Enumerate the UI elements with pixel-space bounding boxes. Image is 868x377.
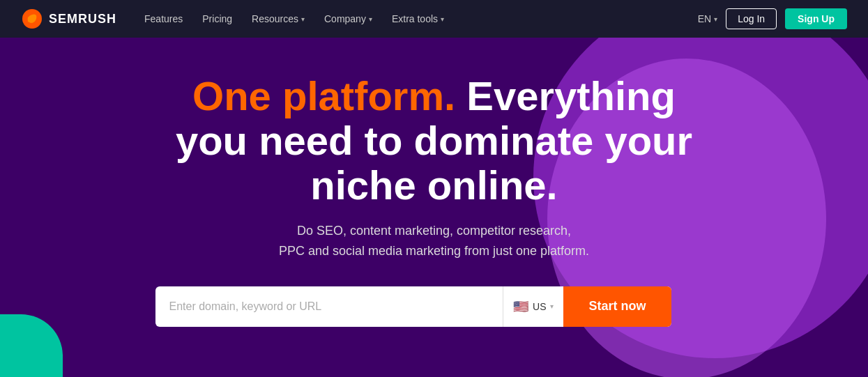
hero-content: One platform. Everything you need to dom… xyxy=(155,74,713,327)
search-input[interactable] xyxy=(155,286,503,327)
nav-features[interactable]: Features xyxy=(144,13,183,24)
hero-subtitle: Do SEO, content marketing, competitor re… xyxy=(155,221,713,261)
language-selector[interactable]: EN ▾ xyxy=(698,13,717,24)
start-now-button[interactable]: Start now xyxy=(563,286,671,327)
chevron-down-icon: ▾ xyxy=(714,15,717,23)
teal-blob xyxy=(0,314,63,377)
chevron-down-icon: ▾ xyxy=(550,302,554,310)
us-flag-icon: 🇺🇸 xyxy=(513,299,528,314)
country-selector[interactable]: 🇺🇸 US ▾ xyxy=(503,286,563,327)
hero-section: One platform. Everything you need to dom… xyxy=(0,38,868,377)
navbar: SEMRUSH Features Pricing Resources ▾ Com… xyxy=(0,0,868,38)
nav-right: EN ▾ Log In Sign Up xyxy=(698,8,847,29)
nav-resources[interactable]: Resources ▾ xyxy=(252,13,305,24)
chevron-down-icon: ▾ xyxy=(369,15,372,23)
hero-title-orange: One platform. xyxy=(192,73,455,118)
nav-company[interactable]: Company ▾ xyxy=(324,13,372,24)
search-bar: 🇺🇸 US ▾ Start now xyxy=(155,286,671,327)
chevron-down-icon: ▾ xyxy=(441,15,444,23)
country-label: US xyxy=(533,301,546,312)
login-button[interactable]: Log In xyxy=(726,8,777,29)
logo[interactable]: SEMRUSH xyxy=(21,8,116,30)
nav-extra-tools[interactable]: Extra tools ▾ xyxy=(392,13,444,24)
signup-button[interactable]: Sign Up xyxy=(785,8,847,29)
hero-title: One platform. Everything you need to dom… xyxy=(155,74,713,207)
semrush-logo-icon xyxy=(21,8,43,30)
brand-name: SEMRUSH xyxy=(49,12,116,26)
chevron-down-icon: ▾ xyxy=(301,15,305,23)
nav-links: Features Pricing Resources ▾ Company ▾ E… xyxy=(144,13,676,24)
nav-pricing[interactable]: Pricing xyxy=(202,13,232,24)
